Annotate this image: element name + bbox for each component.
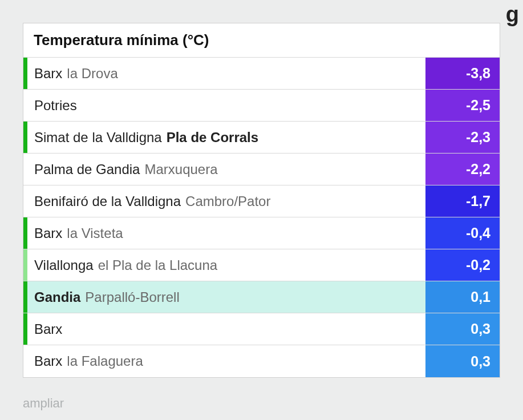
row-accent-bar [23, 281, 27, 313]
row-label: Barxla Falaguera [27, 345, 425, 377]
row-sub-label: Pla de Corrals [167, 130, 258, 146]
table-row[interactable]: Benifairó de la ValldignaCambro/Pator-1,… [23, 185, 500, 217]
cropped-heading-fragment: g [506, 2, 520, 27]
row-main-label: Barx [34, 66, 62, 82]
row-main-label: Palma de Gandia [34, 161, 140, 177]
temperature-table: Temperatura mínima (°C) Barxla Drova-3,8… [23, 23, 500, 378]
row-accent-bar [23, 217, 27, 249]
row-value: 0,1 [425, 281, 500, 313]
row-main-label: Barx [34, 321, 62, 337]
row-sub-label: la Visteta [67, 225, 123, 241]
expand-link[interactable]: ampliar [23, 396, 64, 411]
row-label: Barxla Visteta [27, 217, 425, 249]
row-value: 0,3 [425, 313, 500, 345]
row-label: Barxla Drova [27, 58, 425, 89]
row-main-label: Barx [34, 353, 62, 369]
row-accent-bar [23, 90, 27, 121]
row-accent-bar [23, 58, 27, 89]
table-row[interactable]: Barxla Visteta-0,4 [23, 217, 500, 249]
table-row[interactable]: Simat de la ValldignaPla de Corrals-2,3 [23, 122, 500, 154]
table-row[interactable]: Barxla Falaguera0,3 [23, 345, 500, 377]
row-value: -2,2 [425, 154, 500, 185]
row-main-label: Gandia [34, 289, 80, 305]
row-main-label: Potries [34, 98, 77, 114]
row-main-label: Benifairó de la Valldigna [34, 193, 181, 209]
row-value: -2,3 [425, 122, 500, 153]
table-row[interactable]: Barxla Drova-3,8 [23, 58, 500, 90]
table-row[interactable]: GandiaParpalló-Borrell0,1 [23, 281, 500, 313]
row-value: -3,8 [425, 58, 500, 89]
row-label: GandiaParpalló-Borrell [27, 281, 425, 313]
row-value: -2,5 [425, 90, 500, 121]
table-row[interactable]: Palma de GandiaMarxuquera-2,2 [23, 154, 500, 185]
table-row[interactable]: Vilallongael Pla de la Llacuna-0,2 [23, 249, 500, 281]
row-sub-label: Marxuquera [144, 161, 217, 177]
row-sub-label: Parpalló-Borrell [85, 289, 179, 305]
row-label: Vilallongael Pla de la Llacuna [27, 249, 425, 281]
row-sub-label: Cambro/Pator [185, 193, 270, 209]
table-title: Temperatura mínima (°C) [23, 23, 500, 58]
row-label: Potries [27, 90, 425, 121]
row-sub-label: el Pla de la Llacuna [98, 257, 217, 273]
row-accent-bar [23, 185, 27, 217]
row-main-label: Simat de la Valldigna [34, 130, 162, 146]
row-value: -1,7 [425, 185, 500, 217]
row-label: Palma de GandiaMarxuquera [27, 154, 425, 185]
row-value: -0,4 [425, 217, 500, 249]
row-main-label: Barx [34, 225, 62, 241]
row-accent-bar [23, 313, 27, 345]
row-accent-bar [23, 345, 27, 377]
row-sub-label: la Drova [67, 66, 117, 82]
row-sub-label: la Falaguera [67, 353, 143, 369]
row-main-label: Vilallonga [34, 257, 94, 273]
row-label: Barx [27, 313, 425, 345]
row-label: Benifairó de la ValldignaCambro/Pator [27, 185, 425, 217]
row-label: Simat de la ValldignaPla de Corrals [27, 122, 425, 153]
table-row[interactable]: Barx0,3 [23, 313, 500, 345]
row-value: -0,2 [425, 249, 500, 281]
table-body: Barxla Drova-3,8Potries-2,5Simat de la V… [23, 58, 500, 377]
row-accent-bar [23, 249, 27, 281]
row-accent-bar [23, 154, 27, 185]
table-row[interactable]: Potries-2,5 [23, 90, 500, 122]
row-accent-bar [23, 122, 27, 153]
row-value: 0,3 [425, 345, 500, 377]
